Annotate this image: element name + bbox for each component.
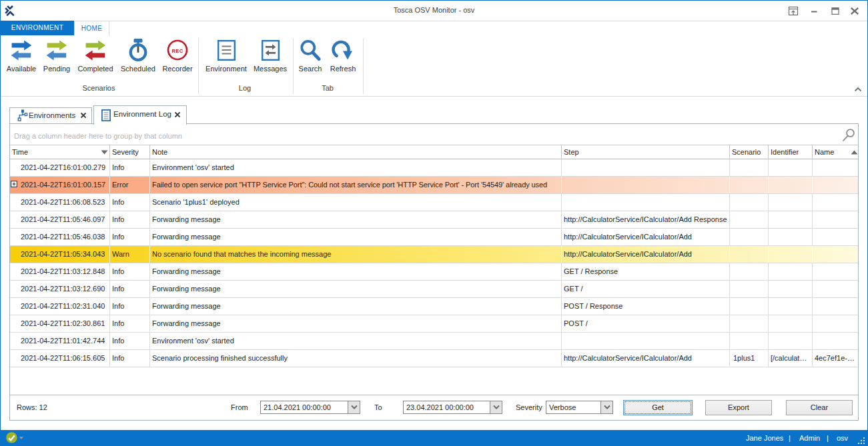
- svg-text:REC: REC: [171, 48, 183, 54]
